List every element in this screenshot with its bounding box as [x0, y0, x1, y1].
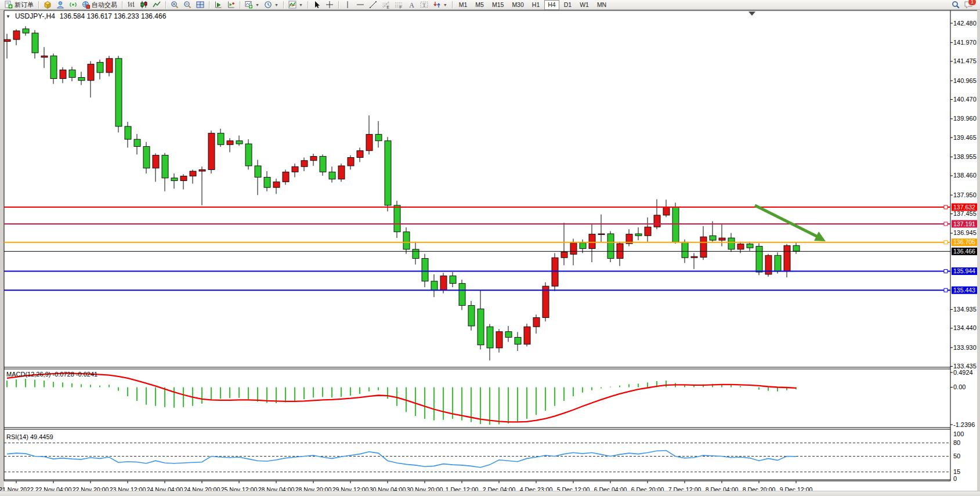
- candle-body: [366, 135, 373, 151]
- price-tick-label: 136.945: [953, 229, 977, 236]
- autoscroll-icon: [214, 1, 222, 9]
- new-chart-button[interactable]: ▼: [243, 0, 261, 10]
- one-click-collapse-icon[interactable]: ▼: [6, 14, 10, 19]
- candle-body: [728, 238, 735, 249]
- horizontal-line-button[interactable]: [355, 0, 366, 10]
- auto-scroll-button[interactable]: [212, 0, 224, 10]
- candle-body: [292, 166, 298, 172]
- price-tick-label: 138.955: [953, 153, 977, 160]
- window-edge: [977, 10, 980, 492]
- trendline-button[interactable]: [367, 0, 379, 10]
- candle-body: [106, 59, 113, 73]
- candle-body: [78, 78, 85, 81]
- candle-body: [60, 70, 66, 78]
- timeframe-button-w1[interactable]: W1: [576, 0, 592, 10]
- text-label-button[interactable]: T: [418, 0, 430, 10]
- candle-body: [199, 169, 205, 171]
- dropdown-arrow-icon[interactable]: ▼: [255, 3, 259, 7]
- candle-body: [747, 244, 753, 248]
- level-line-handle[interactable]: [944, 269, 948, 273]
- chart-canvas[interactable]: 142.480141.970141.475140.965140.470139.9…: [0, 10, 980, 492]
- periods-button[interactable]: ▼: [262, 0, 280, 10]
- toolbar-separator: [283, 1, 284, 9]
- timeframe-button-m5[interactable]: M5: [472, 0, 487, 10]
- timeframe-button-mn[interactable]: MN: [594, 0, 610, 10]
- rsi-scale-label: 100: [953, 430, 964, 437]
- level-price-text: 135.443: [953, 287, 975, 294]
- main-toolbar: 新订单自动交易▼▼▼EFAT▼M1M5M15M30H1H4D1W1MN1: [0, 0, 980, 10]
- timeframe-button-h1[interactable]: H1: [529, 0, 543, 10]
- arrows-button[interactable]: ▼: [431, 0, 449, 10]
- fibo-icon: E: [382, 1, 390, 9]
- chart-background[interactable]: [4, 10, 977, 492]
- level-line-handle[interactable]: [944, 205, 948, 209]
- candle-body: [478, 309, 484, 345]
- candlestick-chart-button[interactable]: [138, 0, 150, 10]
- search-button[interactable]: [950, 0, 961, 10]
- deposit-button[interactable]: [42, 0, 53, 10]
- candle-body: [589, 234, 595, 249]
- timeframe-button-h4[interactable]: H4: [544, 0, 559, 10]
- dropdown-arrow-icon[interactable]: ▼: [274, 3, 279, 7]
- toolbar-separator: [165, 1, 166, 9]
- dropdown-arrow-icon[interactable]: ▼: [299, 3, 303, 7]
- candle-body: [505, 332, 512, 338]
- signals-button[interactable]: [67, 0, 79, 10]
- toolbar-separator: [308, 1, 308, 9]
- new-order-button[interactable]: 新订单: [3, 0, 35, 10]
- line-chart-button[interactable]: [151, 0, 162, 10]
- fibonacci-button[interactable]: E: [380, 0, 392, 10]
- tile-windows-button[interactable]: [194, 0, 206, 10]
- bars-icon: [127, 1, 135, 9]
- timeframe-button-d1[interactable]: D1: [560, 0, 575, 10]
- price-tick-label: 134.440: [953, 324, 977, 331]
- rsi-scale-label: 15: [953, 468, 960, 475]
- tiles-icon: [196, 1, 204, 9]
- candle-body: [153, 155, 159, 168]
- price-tick-label: 139.960: [953, 115, 977, 122]
- dropdown-arrow-icon[interactable]: ▼: [443, 3, 447, 7]
- candle-body: [255, 166, 261, 178]
- text-button[interactable]: A: [406, 0, 417, 10]
- level-line-handle[interactable]: [944, 288, 948, 292]
- candle-body: [180, 176, 187, 181]
- candle-body: [134, 139, 140, 146]
- svg-text:A: A: [409, 1, 414, 9]
- candle-body: [375, 135, 382, 141]
- level-line-handle[interactable]: [944, 222, 948, 226]
- toolbar-separator: [452, 1, 453, 9]
- candle-body: [97, 62, 103, 73]
- price-tick-label: 134.935: [953, 306, 977, 313]
- bar-chart-button[interactable]: [125, 0, 137, 10]
- candle-body: [413, 249, 419, 259]
- profile-icon: [56, 1, 64, 9]
- crosshair-icon: [326, 1, 334, 9]
- zoom-in-button[interactable]: [169, 0, 180, 10]
- channel-button[interactable]: F: [393, 0, 404, 10]
- candle-body: [561, 252, 567, 258]
- chat-button[interactable]: 1: [963, 0, 974, 10]
- timeframe-button-m15[interactable]: M15: [489, 0, 507, 10]
- auto-trading-button[interactable]: 自动交易: [80, 0, 119, 10]
- candle-body: [459, 284, 465, 306]
- crosshair-button[interactable]: [324, 0, 335, 10]
- candle-body: [162, 155, 168, 178]
- level-line-handle[interactable]: [944, 241, 948, 244]
- zoom-out-button[interactable]: [182, 0, 193, 10]
- indicators-button[interactable]: ▼: [287, 0, 305, 10]
- new-order-button-label: 新订单: [15, 1, 34, 9]
- candle-body: [88, 64, 94, 81]
- candle-body: [236, 141, 243, 144]
- candle-body: [533, 318, 540, 327]
- timeframe-button-m30[interactable]: M30: [508, 0, 527, 10]
- autotrade-icon: [82, 1, 90, 9]
- price-tick-label: 141.970: [953, 39, 977, 46]
- timeframe-button-m1[interactable]: M1: [455, 0, 471, 10]
- cursor-button[interactable]: [311, 0, 323, 10]
- candle-body: [385, 141, 391, 205]
- vertical-line-button[interactable]: [342, 0, 353, 10]
- candle-body: [635, 234, 642, 236]
- community-button[interactable]: [55, 0, 66, 10]
- candle-body: [245, 144, 252, 166]
- chart-shift-button[interactable]: [225, 0, 237, 10]
